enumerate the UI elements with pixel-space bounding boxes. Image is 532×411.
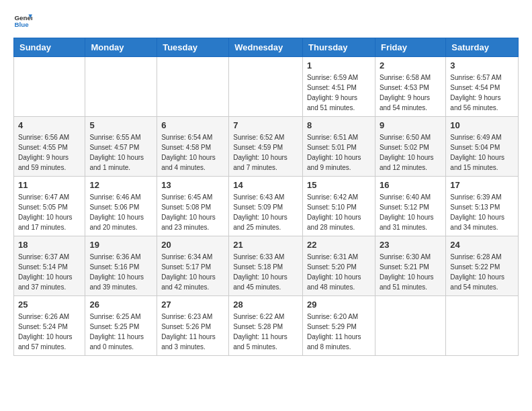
calendar-cell: 24Sunrise: 6:28 AMSunset: 5:22 PMDayligh… xyxy=(446,236,519,296)
calendar-table: SundayMondayTuesdayWednesdayThursdayFrid… xyxy=(13,38,519,356)
calendar-cell: 17Sunrise: 6:39 AMSunset: 5:13 PMDayligh… xyxy=(446,177,519,236)
calendar-cell: 7Sunrise: 6:52 AMSunset: 4:59 PMDaylight… xyxy=(229,117,303,177)
day-header-thursday: Thursday xyxy=(303,38,375,57)
calendar-cell: 26Sunrise: 6:25 AMSunset: 5:25 PMDayligh… xyxy=(85,296,157,356)
calendar-cell: 15Sunrise: 6:42 AMSunset: 5:10 PMDayligh… xyxy=(303,177,375,236)
day-number: 25 xyxy=(18,300,81,310)
day-number: 13 xyxy=(161,180,224,190)
day-info: Sunrise: 6:20 AMSunset: 5:29 PMDaylight:… xyxy=(307,312,371,352)
day-info: Sunrise: 6:57 AMSunset: 4:54 PMDaylight:… xyxy=(450,73,514,113)
calendar-cell: 23Sunrise: 6:30 AMSunset: 5:21 PMDayligh… xyxy=(375,236,445,296)
day-info: Sunrise: 6:42 AMSunset: 5:10 PMDaylight:… xyxy=(307,192,371,232)
day-number: 16 xyxy=(380,180,441,190)
calendar-cell: 20Sunrise: 6:34 AMSunset: 5:17 PMDayligh… xyxy=(157,236,229,296)
day-number: 15 xyxy=(307,180,371,190)
calendar-cell xyxy=(85,57,157,117)
day-number: 8 xyxy=(307,120,371,130)
calendar-week-2: 4Sunrise: 6:56 AMSunset: 4:55 PMDaylight… xyxy=(14,117,519,177)
day-info: Sunrise: 6:56 AMSunset: 4:55 PMDaylight:… xyxy=(18,132,81,173)
day-info: Sunrise: 6:59 AMSunset: 4:51 PMDaylight:… xyxy=(307,73,371,113)
day-info: Sunrise: 6:25 AMSunset: 5:25 PMDaylight:… xyxy=(89,312,152,352)
day-info: Sunrise: 6:30 AMSunset: 5:21 PMDaylight:… xyxy=(380,252,441,292)
day-info: Sunrise: 6:23 AMSunset: 5:26 PMDaylight:… xyxy=(161,312,224,352)
day-number: 9 xyxy=(380,120,441,130)
calendar-cell xyxy=(157,57,229,117)
day-info: Sunrise: 6:37 AMSunset: 5:14 PMDaylight:… xyxy=(18,252,81,292)
day-info: Sunrise: 6:34 AMSunset: 5:17 PMDaylight:… xyxy=(161,252,224,292)
calendar-cell: 21Sunrise: 6:33 AMSunset: 5:18 PMDayligh… xyxy=(229,236,303,296)
day-info: Sunrise: 6:33 AMSunset: 5:18 PMDaylight:… xyxy=(233,252,298,292)
day-info: Sunrise: 6:43 AMSunset: 5:09 PMDaylight:… xyxy=(233,192,298,232)
calendar-cell: 12Sunrise: 6:46 AMSunset: 5:06 PMDayligh… xyxy=(85,177,157,236)
calendar-cell: 29Sunrise: 6:20 AMSunset: 5:29 PMDayligh… xyxy=(303,296,375,356)
calendar-cell: 22Sunrise: 6:31 AMSunset: 5:20 PMDayligh… xyxy=(303,236,375,296)
calendar-cell: 10Sunrise: 6:49 AMSunset: 5:04 PMDayligh… xyxy=(446,117,519,177)
calendar-cell xyxy=(14,57,85,117)
day-number: 4 xyxy=(18,120,81,130)
day-number: 3 xyxy=(450,60,514,71)
day-number: 22 xyxy=(307,240,371,250)
day-info: Sunrise: 6:51 AMSunset: 5:01 PMDaylight:… xyxy=(307,132,371,173)
calendar-week-1: 1Sunrise: 6:59 AMSunset: 4:51 PMDaylight… xyxy=(14,57,519,117)
day-header-saturday: Saturday xyxy=(446,38,519,57)
day-info: Sunrise: 6:50 AMSunset: 5:02 PMDaylight:… xyxy=(380,132,441,173)
day-number: 7 xyxy=(233,120,298,130)
day-number: 23 xyxy=(380,240,441,250)
day-info: Sunrise: 6:49 AMSunset: 5:04 PMDaylight:… xyxy=(450,132,514,173)
day-info: Sunrise: 6:31 AMSunset: 5:20 PMDaylight:… xyxy=(307,252,371,292)
day-number: 18 xyxy=(18,240,81,250)
day-header-sunday: Sunday xyxy=(14,38,85,57)
calendar-week-5: 25Sunrise: 6:26 AMSunset: 5:24 PMDayligh… xyxy=(14,296,519,356)
calendar-cell xyxy=(375,296,445,356)
calendar-body: 1Sunrise: 6:59 AMSunset: 4:51 PMDaylight… xyxy=(14,57,519,356)
day-info: Sunrise: 6:52 AMSunset: 4:59 PMDaylight:… xyxy=(233,132,298,173)
calendar-cell: 1Sunrise: 6:59 AMSunset: 4:51 PMDaylight… xyxy=(303,57,375,117)
day-number: 17 xyxy=(450,180,514,190)
day-number: 6 xyxy=(161,120,224,130)
svg-text:Blue: Blue xyxy=(14,21,29,28)
day-info: Sunrise: 6:39 AMSunset: 5:13 PMDaylight:… xyxy=(450,192,514,232)
calendar-cell xyxy=(446,296,519,356)
calendar-cell xyxy=(229,57,303,117)
day-number: 11 xyxy=(18,180,81,190)
calendar-header-row: SundayMondayTuesdayWednesdayThursdayFrid… xyxy=(14,38,519,57)
calendar-cell: 28Sunrise: 6:22 AMSunset: 5:28 PMDayligh… xyxy=(229,296,303,356)
day-info: Sunrise: 6:28 AMSunset: 5:22 PMDaylight:… xyxy=(450,252,514,292)
calendar-cell: 9Sunrise: 6:50 AMSunset: 5:02 PMDaylight… xyxy=(375,117,445,177)
day-header-tuesday: Tuesday xyxy=(157,38,229,57)
day-number: 26 xyxy=(89,300,152,310)
calendar-week-4: 18Sunrise: 6:37 AMSunset: 5:14 PMDayligh… xyxy=(14,236,519,296)
day-number: 29 xyxy=(307,300,371,310)
day-header-friday: Friday xyxy=(375,38,445,57)
calendar-cell: 19Sunrise: 6:36 AMSunset: 5:16 PMDayligh… xyxy=(85,236,157,296)
day-info: Sunrise: 6:58 AMSunset: 4:53 PMDaylight:… xyxy=(380,73,441,113)
calendar-cell: 13Sunrise: 6:45 AMSunset: 5:08 PMDayligh… xyxy=(157,177,229,236)
day-number: 20 xyxy=(161,240,224,250)
calendar-week-3: 11Sunrise: 6:47 AMSunset: 5:05 PMDayligh… xyxy=(14,177,519,236)
day-number: 14 xyxy=(233,180,298,190)
logo: General Blue xyxy=(13,11,35,30)
day-info: Sunrise: 6:54 AMSunset: 4:58 PMDaylight:… xyxy=(161,132,224,173)
calendar-cell: 3Sunrise: 6:57 AMSunset: 4:54 PMDaylight… xyxy=(446,57,519,117)
calendar-cell: 16Sunrise: 6:40 AMSunset: 5:12 PMDayligh… xyxy=(375,177,445,236)
day-number: 27 xyxy=(161,300,224,310)
day-info: Sunrise: 6:40 AMSunset: 5:12 PMDaylight:… xyxy=(380,192,441,232)
day-number: 12 xyxy=(89,180,152,190)
day-info: Sunrise: 6:55 AMSunset: 4:57 PMDaylight:… xyxy=(89,132,152,173)
day-number: 5 xyxy=(89,120,152,130)
day-info: Sunrise: 6:45 AMSunset: 5:08 PMDaylight:… xyxy=(161,192,224,232)
day-number: 28 xyxy=(233,300,298,310)
calendar-cell: 25Sunrise: 6:26 AMSunset: 5:24 PMDayligh… xyxy=(14,296,85,356)
day-number: 21 xyxy=(233,240,298,250)
calendar-cell: 14Sunrise: 6:43 AMSunset: 5:09 PMDayligh… xyxy=(229,177,303,236)
day-info: Sunrise: 6:46 AMSunset: 5:06 PMDaylight:… xyxy=(89,192,152,232)
day-header-monday: Monday xyxy=(85,38,157,57)
calendar-cell: 8Sunrise: 6:51 AMSunset: 5:01 PMDaylight… xyxy=(303,117,375,177)
day-number: 1 xyxy=(307,60,371,71)
calendar-cell: 11Sunrise: 6:47 AMSunset: 5:05 PMDayligh… xyxy=(14,177,85,236)
calendar-cell: 27Sunrise: 6:23 AMSunset: 5:26 PMDayligh… xyxy=(157,296,229,356)
day-number: 10 xyxy=(450,120,514,130)
day-number: 24 xyxy=(450,240,514,250)
day-number: 2 xyxy=(380,60,441,71)
header: General Blue xyxy=(13,11,519,30)
